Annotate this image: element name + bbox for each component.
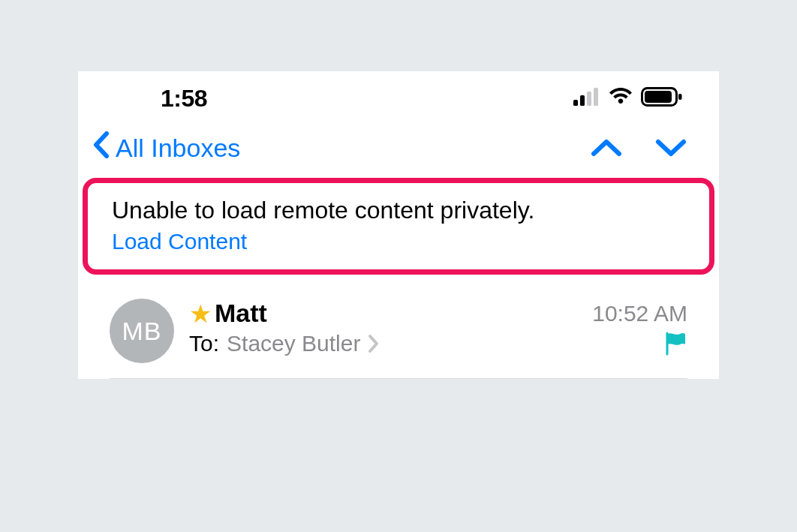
star-icon: ★ [189,301,212,326]
wifi-icon [608,88,633,109]
divider [110,378,687,379]
to-label: To: [189,331,219,356]
svg-rect-0 [573,100,578,106]
back-label: All Inboxes [116,134,240,163]
privacy-banner-highlight: Unable to load remote content privately.… [83,178,714,275]
chevron-right-icon [368,334,380,353]
svg-rect-2 [587,92,591,106]
chevron-left-icon [92,131,111,165]
status-right [573,87,683,110]
mail-message-screen: 1:58 [78,71,719,379]
svg-rect-1 [580,95,585,106]
privacy-banner-message: Unable to load remote content privately. [112,197,685,224]
message-header: MB ★ Matt 10:52 AM To: Stacey Butler [78,276,719,378]
sender-row[interactable]: ★ Matt [189,299,267,328]
chevron-down-icon [654,137,687,158]
nav-bar: All Inboxes [78,125,719,170]
next-message-button[interactable] [654,137,687,158]
status-bar: 1:58 [78,71,719,125]
message-nav-arrows [590,137,687,158]
load-content-button[interactable]: Load Content [112,229,247,254]
message-header-body: ★ Matt 10:52 AM To: Stacey Butler [189,299,687,363]
svg-rect-5 [645,91,672,103]
battery-icon [641,87,683,110]
status-time: 1:58 [161,85,207,113]
chevron-up-icon [590,137,623,158]
back-button[interactable]: All Inboxes [92,131,240,165]
cellular-icon [573,88,600,109]
message-time: 10:52 AM [592,301,687,326]
svg-rect-3 [594,88,598,106]
svg-rect-6 [678,94,682,100]
sender-avatar[interactable]: MB [110,299,174,363]
recipient-name: Stacey Butler [227,331,360,356]
sender-name: Matt [215,299,267,328]
recipient-row[interactable]: To: Stacey Butler [189,331,380,356]
flag-icon[interactable] [665,332,687,356]
prev-message-button[interactable] [590,137,623,158]
